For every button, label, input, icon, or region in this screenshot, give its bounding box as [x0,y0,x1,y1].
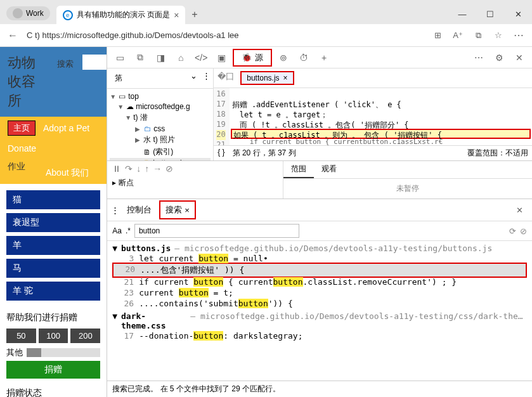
dt-close-icon[interactable]: ✕ [510,50,528,65]
debugger-pane: ⏸ ↷ ↓ ↑ → ⊘ ▸ 断点 范围 观看 未暂停 [107,161,532,199]
welcome-icon[interactable]: ⌂ [172,50,190,65]
collections-icon[interactable]: ⧉ [470,27,486,44]
nav-adopt[interactable]: Adopt a Pet [43,123,89,133]
format-icon[interactable]: { } [217,148,224,159]
search-field[interactable] [134,224,299,238]
donate-50[interactable]: 50 [6,329,36,343]
code-lines[interactable]: 捐赠 .addEventListener ( 'click'、 e { let … [230,88,532,145]
file-tree: ▼▭top ▼☁microsoftedge.g ▼t) 潜 ▶🗀css ▶水 t… [107,89,213,160]
avatar-icon [13,8,23,18]
status-heading: 捐赠状态 [6,387,100,397]
dt-settings-icon[interactable]: ⚙ [490,50,508,65]
add-tab-icon[interactable]: + [315,50,333,65]
nav-home[interactable]: 主页 [8,120,36,136]
coverage-status: 覆盖范围：不适用 [467,148,528,159]
nav-more-icon[interactable]: ⋮ [202,71,211,86]
inspect-icon[interactable]: ▭ [111,50,129,65]
page-header: 动物收容所 搜索 [0,47,107,117]
device-icon[interactable]: ⧉ [131,50,149,65]
favorite-icon[interactable]: ☆ [490,27,507,44]
code-status: { } 第 20 行，第 37 列 覆盖范围：不适用 [214,145,532,160]
browser-titlebar: Work e 具有辅助功能的演示 页面是 × + — ☐ ✕ [0,0,532,24]
panel-icon[interactable]: ◨ [152,50,169,65]
search-tab[interactable]: 搜索× [159,200,196,219]
pause-icon[interactable]: ⏸ [112,164,121,174]
result-line[interactable]: 23current button = t; [112,287,527,298]
network-icon[interactable]: ⊚ [275,50,292,65]
code-pane: �囗buttons.js× 16171819 20212223 捐赠 .addE… [214,68,532,160]
search-input[interactable] [82,55,107,70]
chevron-down-icon[interactable]: ⌄ [190,71,197,86]
donate-button[interactable]: 捐赠 [6,361,100,379]
download-icon[interactable] [409,27,425,44]
result-line[interactable]: 26....contains('submitbutton')) { [112,298,527,309]
step-icon[interactable]: → [153,164,162,174]
regex-toggle[interactable]: .* [126,226,131,235]
tree-domain[interactable]: ▼☁microsoftedge.g [110,101,211,112]
drawer-close-icon[interactable]: ✕ [511,205,528,215]
tree-top[interactable]: ▼▭top [110,91,211,101]
back-icon[interactable]: ← [5,30,20,41]
url-text[interactable]: C t) https://microsoftedge.github.io/Dem… [27,30,403,40]
devtools-toolbar: ▭ ⧉ ◨ ⌂ </> ▣ 🐞源 ⊚ ⏱ + ⋯ ⚙ ✕ [107,47,532,68]
result-line[interactable]: 17--donation-button: darkslategray; [112,330,527,341]
animal-row[interactable]: 羊 驼 [6,282,100,301]
animal-row[interactable]: 马 [6,259,100,278]
tree-folder[interactable]: ▼t) 潜 [110,112,211,124]
drawer-tabs: ⋮ 控制台 搜索× ✕ [107,199,532,221]
close-tab-icon[interactable]: × [174,10,179,20]
clear-icon[interactable]: ⊘ [520,226,527,236]
page-nav: 主页 Adopt a Pet Donate 作业 About 我们 [0,117,107,184]
tree-buttons[interactable]: 🗎buttons.js [110,158,211,160]
close-search-tab[interactable]: × [185,205,190,215]
drawer-menu-icon[interactable]: ⋮ [111,205,119,215]
deactivate-bp-icon[interactable]: ⊘ [165,164,173,174]
nav-donate[interactable]: Donate [8,143,36,153]
result-file[interactable]: ▼dark-theme.css— microsoftedge.github.io… [112,311,527,330]
console-tab[interactable]: 控制台 [122,202,157,218]
addr-icon-1[interactable]: ⊞ [429,27,446,44]
result-line[interactable]: 20....包含'捐赠按钮' )) { [112,263,527,278]
result-line[interactable]: 21if current button { currentbutton.clas… [112,277,527,287]
animal-row[interactable]: 羊 [6,236,100,255]
case-toggle[interactable]: Aa [112,226,122,235]
other-slider[interactable] [27,348,100,357]
donate-100[interactable]: 100 [39,329,68,343]
breakpoints-section[interactable]: ▸ 断点 [112,178,278,188]
new-tab-button[interactable]: + [185,5,204,24]
close-code-tab[interactable]: × [283,74,288,82]
address-bar: ← C t) https://microsoftedge.github.io/D… [0,24,532,47]
site-title: 动物收容所 [8,53,38,110]
donate-200[interactable]: 200 [70,329,100,343]
tree-photos[interactable]: ▶水 t) 照片 [110,134,211,146]
perf-icon[interactable]: ⏱ [295,50,313,65]
elements-icon[interactable]: </> [192,50,210,65]
step-into-icon[interactable]: ↓ [136,164,141,174]
animal-row[interactable]: 衰退型 [6,213,100,232]
console-icon[interactable]: ▣ [212,50,230,65]
reader-icon[interactable]: A⁺ [450,27,466,44]
minimize-icon[interactable]: — [448,4,476,24]
sources-tab[interactable]: 🐞源 [233,49,272,67]
devtools-pane: ▭ ⧉ ◨ ⌂ </> ▣ 🐞源 ⊚ ⏱ + ⋯ ⚙ ✕ 第⌄⋮ ▼▭top ▼… [107,47,532,397]
dt-more-icon[interactable]: ⋯ [470,50,488,65]
scope-tab[interactable]: 范围 [283,161,314,178]
result-file[interactable]: ▼buttons.js— microsoftedge.github.io/Dem… [112,244,527,253]
code-tab-buttons[interactable]: buttons.js× [240,71,294,85]
nav-tab[interactable]: 第 [110,71,127,86]
browser-tab[interactable]: e 具有辅助功能的演示 页面是 × [56,6,186,24]
more-icon[interactable]: ⋯ [510,27,527,44]
refresh-icon[interactable]: ⟳ [509,226,516,236]
step-over-icon[interactable]: ↷ [125,164,133,174]
profile-pill[interactable]: Work [6,6,50,20]
cursor-pos: 第 20 行，第 37 列 [233,148,296,159]
code-tab-menu[interactable]: �囗 [217,71,234,85]
step-out-icon[interactable]: ↑ [145,164,149,174]
tree-css[interactable]: ▶🗀css [110,124,211,134]
tree-index[interactable]: 🗎(索引) [110,146,211,158]
maximize-icon[interactable]: ☐ [476,4,504,24]
nav-about[interactable]: About 我们 [46,167,89,179]
animal-row[interactable]: 猫 [6,190,100,209]
close-icon[interactable]: ✕ [504,4,532,24]
watch-tab[interactable]: 观看 [314,161,344,178]
